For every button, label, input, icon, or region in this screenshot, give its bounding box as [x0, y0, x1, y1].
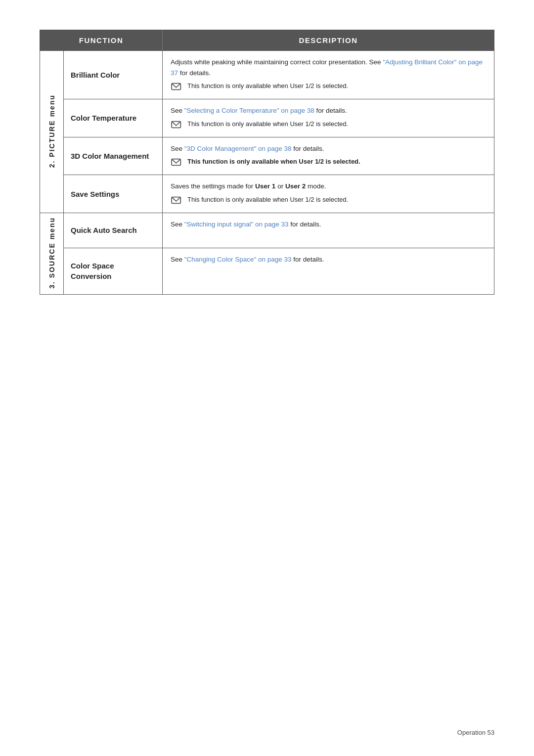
bold-text: User 2	[285, 182, 306, 190]
note-text: This function is only available when Use…	[187, 157, 360, 167]
main-table: FUNCTION DESCRIPTION 2. PICTURE menuBril…	[40, 30, 494, 295]
description-content: See "Changing Color Space" on page 33 fo…	[171, 254, 486, 265]
function-label: Save Settings	[71, 190, 119, 198]
category-label: 2. PICTURE menu	[46, 92, 58, 170]
desc-text: See "3D Color Management" on page 38 for…	[171, 143, 486, 154]
note-line: This function is only available when Use…	[171, 195, 486, 207]
table-row: Save SettingsSaves the settings made for…	[40, 175, 494, 213]
table-row: Color Space ConversionSee "Changing Colo…	[40, 248, 494, 294]
ref-link[interactable]: "Switching input signal" on page 33	[184, 221, 289, 228]
description-content: Saves the settings made for User 1 or Us…	[171, 181, 486, 207]
function-name-cell: 3D Color Management	[64, 137, 163, 175]
description-cell: See "3D Color Management" on page 38 for…	[163, 137, 494, 175]
desc-text: Saves the settings made for User 1 or Us…	[171, 181, 486, 192]
description-cell: See "Selecting a Color Temperature" on p…	[163, 99, 494, 137]
description-header: DESCRIPTION	[163, 30, 494, 51]
description-cell: Adjusts white peaking while maintaining …	[163, 51, 494, 99]
category-cell: 2. PICTURE menu	[40, 51, 64, 213]
footer: Operation 53	[457, 729, 494, 736]
note-icon	[171, 157, 183, 167]
ref-link[interactable]: "3D Color Management" on page 38	[184, 145, 292, 152]
description-content: Adjusts white peaking while maintaining …	[171, 57, 486, 93]
desc-text: See "Selecting a Color Temperature" on p…	[171, 105, 486, 116]
footer-page-number: 53	[488, 729, 494, 736]
note-icon	[171, 120, 183, 130]
function-name-cell: Color Space Conversion	[64, 248, 163, 294]
description-content: See "3D Color Management" on page 38 for…	[171, 143, 486, 169]
note-icon-wrap	[171, 157, 183, 169]
ref-link[interactable]: "Changing Color Space" on page 33	[184, 256, 292, 263]
table-row: 2. PICTURE menuBrilliant ColorAdjusts wh…	[40, 51, 494, 99]
function-name-cell: Save Settings	[64, 175, 163, 213]
note-text: This function is only available when Use…	[187, 195, 348, 205]
description-cell: See "Changing Color Space" on page 33 fo…	[163, 248, 494, 294]
note-icon-wrap	[171, 82, 183, 93]
bold-text: User 1	[255, 182, 275, 190]
ref-link[interactable]: "Selecting a Color Temperature" on page …	[184, 107, 314, 114]
note-icon-wrap	[171, 195, 183, 207]
table-row: 3D Color ManagementSee "3D Color Managem…	[40, 137, 494, 175]
note-icon	[171, 82, 183, 91]
function-header: FUNCTION	[40, 30, 163, 51]
category-label: 3. SOURCE menu	[46, 215, 58, 291]
table-row: 3. SOURCE menuQuick Auto SearchSee "Swit…	[40, 213, 494, 248]
function-name-cell: Quick Auto Search	[64, 213, 163, 248]
desc-text: See "Switching input signal" on page 33 …	[171, 219, 486, 230]
note-line: This function is only available when Use…	[171, 157, 486, 169]
description-content: See "Switching input signal" on page 33 …	[171, 219, 486, 230]
note-line: This function is only available when Use…	[171, 119, 486, 131]
function-name-cell: Brilliant Color	[64, 51, 163, 99]
function-label: Brilliant Color	[71, 71, 120, 79]
ref-link[interactable]: "Adjusting Brilliant Color" on page 37	[171, 58, 483, 77]
note-line: This function is only available when Use…	[171, 81, 486, 93]
note-icon-wrap	[171, 120, 183, 131]
table-row: Color TemperatureSee "Selecting a Color …	[40, 99, 494, 137]
function-label: Color Temperature	[71, 114, 136, 122]
function-label: Color Space Conversion	[71, 262, 114, 280]
note-text: This function is only available when Use…	[187, 81, 348, 91]
note-icon	[171, 195, 183, 205]
function-name-cell: Color Temperature	[64, 99, 163, 137]
desc-text: Adjusts white peaking while maintaining …	[171, 57, 486, 78]
category-cell: 3. SOURCE menu	[40, 213, 64, 294]
footer-label: Operation	[457, 729, 486, 736]
description-cell: Saves the settings made for User 1 or Us…	[163, 175, 494, 213]
description-content: See "Selecting a Color Temperature" on p…	[171, 105, 486, 131]
function-label: Quick Auto Search	[71, 226, 137, 234]
note-text: This function is only available when Use…	[187, 119, 348, 129]
function-label: 3D Color Management	[71, 152, 149, 160]
description-cell: See "Switching input signal" on page 33 …	[163, 213, 494, 248]
desc-text: See "Changing Color Space" on page 33 fo…	[171, 254, 486, 265]
